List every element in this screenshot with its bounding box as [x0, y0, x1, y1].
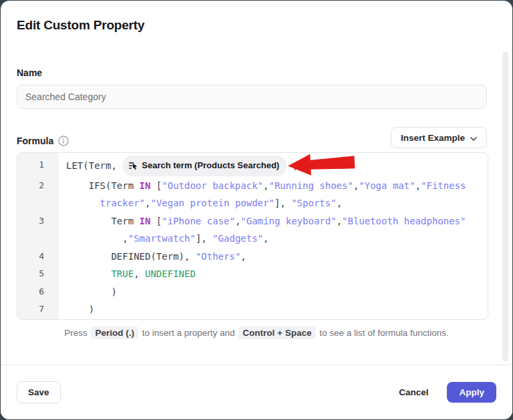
info-icon[interactable] — [58, 136, 69, 146]
line-number — [17, 194, 57, 212]
code-line: ,"Smartwatch"], "Gadgets", — [57, 230, 488, 248]
line-number: 4 — [17, 248, 57, 266]
edit-custom-property-modal: Edit Custom Property Name Formula Insert… — [1, 1, 512, 419]
text-cursor-icon — [128, 161, 138, 170]
code-line: ) — [57, 300, 488, 319]
insert-example-button[interactable]: Insert Example — [391, 127, 487, 148]
code-line: LET(Term, Search term (Products Searched… — [57, 156, 488, 177]
editor-hint-text: Press Period (.) to insert a property an… — [1, 328, 512, 338]
line-number: 1 — [17, 156, 57, 177]
keyboard-shortcut-chip: Control + Space — [238, 327, 315, 339]
formula-label-row: Formula — [17, 135, 69, 146]
apply-button[interactable]: Apply — [447, 382, 496, 403]
scrollbar[interactable] — [502, 52, 508, 361]
code-line: ) — [57, 283, 488, 301]
name-input[interactable] — [17, 85, 487, 109]
property-chip-label: Search term (Products Searched) — [142, 157, 279, 175]
code-line: tracker","Vegan protein powder"], "Sport… — [57, 194, 488, 212]
insert-example-label: Insert Example — [401, 133, 465, 143]
line-number: 3 — [17, 212, 57, 230]
property-chip[interactable]: Search term (Products Searched) — [122, 156, 287, 176]
line-number: 6 — [17, 283, 57, 301]
formula-label: Formula — [17, 136, 53, 146]
code-line: IFS(Term IN ["Outdoor backpack","Running… — [57, 177, 488, 195]
page-title: Edit Custom Property — [17, 18, 144, 33]
modal-footer: Save Cancel Apply — [1, 365, 512, 419]
formula-editor[interactable]: 1LET(Term, Search term (Products Searche… — [17, 152, 488, 320]
line-number: 7 — [17, 300, 57, 319]
keyboard-shortcut-chip: Period (.) — [91, 327, 138, 339]
code-line: DEFINED(Term), "Others", — [57, 248, 488, 266]
chevron-down-icon — [470, 133, 477, 143]
code-line: TRUE, UNDEFINED — [57, 265, 488, 283]
line-number: 2 — [17, 177, 57, 195]
line-number — [17, 230, 57, 248]
name-label: Name — [17, 67, 42, 78]
line-number: 5 — [17, 265, 57, 283]
formula-code-rows: 1LET(Term, Search term (Products Searche… — [17, 153, 488, 319]
code-line: Term IN ["iPhone case","Gaming keyboard"… — [57, 212, 488, 230]
save-button[interactable]: Save — [17, 381, 61, 403]
cancel-button[interactable]: Cancel — [397, 382, 430, 403]
